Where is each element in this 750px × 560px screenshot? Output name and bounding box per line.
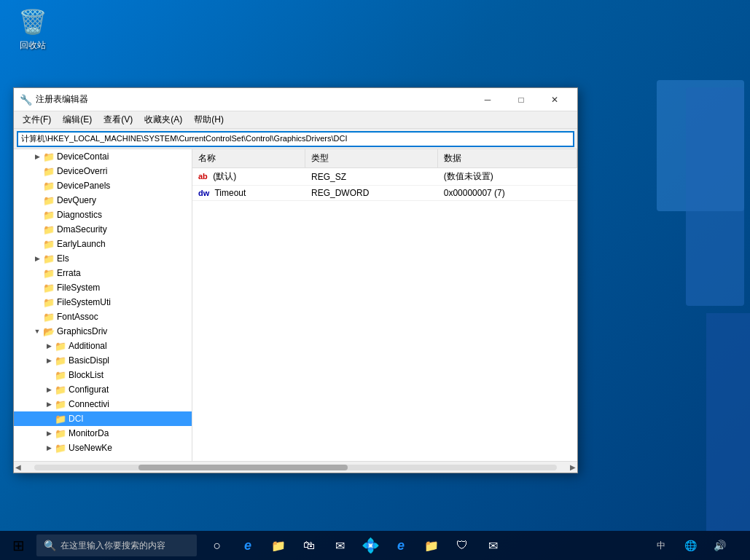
table-row[interactable]: dw Timeout REG_DWORD 0x00000007 (7) — [192, 186, 577, 201]
scroll-left-btn[interactable]: ◀ — [14, 463, 23, 471]
cortana-icon[interactable]: 💠 — [356, 531, 385, 560]
mail-icon[interactable]: ✉ — [325, 531, 354, 560]
folder-icon: 📁 — [43, 253, 55, 264]
toggle-icon — [31, 311, 43, 323]
toggle-icon: ▶ — [43, 398, 55, 410]
menu-help[interactable]: 帮助(H) — [188, 112, 230, 127]
tree-item-devquery[interactable]: 📁 DevQuery — [14, 193, 192, 208]
scroll-right-btn[interactable]: ▶ — [569, 463, 577, 471]
close-button[interactable]: ✕ — [538, 88, 571, 111]
window-title: 注册表编辑器 — [36, 93, 471, 106]
tree-item-deviceoverri[interactable]: 📁 DeviceOverri — [14, 164, 192, 178]
tree-label: EarlyLaunch — [57, 239, 106, 249]
tree-label: FileSystem — [57, 283, 100, 293]
toggle-icon — [31, 165, 43, 177]
search-icon: 🔍 — [44, 540, 56, 551]
tree-label: BasicDispl — [69, 355, 109, 366]
folder-icon: 📁 — [43, 181, 55, 192]
toggle-icon: ▶ — [43, 340, 55, 352]
edge-icon[interactable]: e — [233, 531, 262, 560]
tree-label: MonitorDa — [69, 428, 109, 438]
tree-label: UseNewKe — [69, 443, 112, 453]
taskbar-language[interactable]: 中 — [648, 531, 674, 560]
toggle-icon — [31, 267, 43, 279]
explorer2-icon[interactable]: 📁 — [417, 531, 446, 560]
minimize-button[interactable]: ─ — [471, 88, 504, 111]
address-input[interactable] — [17, 131, 574, 147]
tree-item-filesystemuti[interactable]: 📁 FileSystemUti — [14, 295, 192, 309]
menu-file[interactable]: 文件(F) — [17, 112, 57, 127]
reg-name-value: Timeout — [214, 188, 246, 198]
search-bar[interactable]: 🔍 在这里输入你要搜索的内容 — [36, 535, 197, 556]
tree-item-usenewke[interactable]: ▶ 📁 UseNewKe — [14, 441, 192, 455]
task-view-button[interactable]: ○ — [203, 531, 232, 560]
tree-item-basicdispl[interactable]: ▶ 📁 BasicDispl — [14, 353, 192, 368]
col-type-header[interactable]: 类型 — [305, 149, 438, 168]
menu-view[interactable]: 查看(V) — [98, 112, 138, 127]
toggle-icon — [31, 224, 43, 235]
reg-type-value: REG_DWORD — [311, 188, 369, 198]
toggle-icon — [31, 296, 43, 308]
reg-data-value: (数值未设置) — [444, 171, 493, 181]
tree-item-fontassoc[interactable]: 📁 FontAssoc — [14, 309, 192, 324]
col-data-header[interactable]: 数据 — [438, 149, 577, 168]
tree-item-dmasecurity[interactable]: 📁 DmaSecurity — [14, 222, 192, 237]
toggle-icon — [31, 238, 43, 250]
tree-item-earlylaunch[interactable]: 📁 EarlyLaunch — [14, 237, 192, 251]
horizontal-scrollbar[interactable]: ◀ ▶ — [14, 461, 577, 473]
menu-favorites[interactable]: 收藏夹(A) — [138, 112, 188, 127]
tree-item-monitorda[interactable]: ▶ 📁 MonitorDa — [14, 426, 192, 441]
tree-label: DevQuery — [57, 195, 96, 205]
tree-item-filesystem[interactable]: 📁 FileSystem — [14, 280, 192, 295]
search-placeholder: 在这里输入你要搜索的内容 — [60, 540, 165, 552]
folder-icon: 📁 — [43, 166, 55, 177]
folder-icon: 📁 — [43, 312, 55, 323]
tree-item-graphicsdriv[interactable]: ▼ 📂 GraphicsDriv — [14, 324, 192, 339]
scroll-thumb[interactable] — [138, 465, 348, 470]
start-button[interactable]: ⊞ — [0, 531, 36, 560]
tree-item-blocklist[interactable]: 📁 BlockList — [14, 368, 192, 382]
window-icon: 🔧 — [20, 94, 31, 106]
tree-label: Diagnostics — [57, 210, 102, 220]
tree-label: BlockList — [69, 370, 103, 380]
scroll-track — [34, 465, 557, 470]
tree-item-configurat[interactable]: ▶ 📁 Configurat — [14, 382, 192, 397]
folder-icon: 📁 — [55, 341, 66, 352]
tree-item-dci[interactable]: 📁 DCI — [14, 411, 192, 426]
store-icon[interactable]: 🛍 — [294, 531, 324, 560]
tree-label: DevicePanels — [57, 181, 110, 191]
toggle-icon — [43, 413, 55, 425]
toggle-icon: ▶ — [43, 384, 55, 395]
tree-item-additional[interactable]: ▶ 📁 Additional — [14, 339, 192, 353]
taskbar-network[interactable]: 🌐 — [677, 531, 703, 560]
edge2-icon[interactable]: e — [386, 531, 415, 560]
tree-label: Connectivi — [69, 399, 109, 409]
folder-icon: 📁 — [43, 224, 55, 235]
tree-item-connectivi[interactable]: ▶ 📁 Connectivi — [14, 397, 192, 411]
folder-icon: 📁 — [43, 195, 55, 206]
tree-label: DeviceOverri — [57, 166, 107, 176]
tree-item-els[interactable]: ▶ 📁 Els — [14, 251, 192, 266]
recycle-bin-icon[interactable]: 🗑️ 回收站 — [7, 7, 58, 52]
tree-item-devicepanels[interactable]: 📁 DevicePanels — [14, 178, 192, 193]
values-panel: 名称 类型 数据 ab (默认) REG_SZ — [192, 149, 577, 461]
tree-item-errata[interactable]: 📁 Errata — [14, 266, 192, 280]
folder-icon: 📁 — [43, 268, 55, 279]
file-explorer-icon[interactable]: 📁 — [264, 531, 293, 560]
col-name-header[interactable]: 名称 — [192, 149, 305, 168]
reg-data-value: 0x00000007 (7) — [444, 188, 505, 198]
taskbar-icons: ○ e 📁 🛍 ✉ 💠 e 📁 🛡 ✉ — [203, 531, 507, 560]
taskbar-volume[interactable]: 🔊 — [706, 531, 733, 560]
shield-icon[interactable]: 🛡 — [448, 531, 477, 560]
tree-item-diagnostics[interactable]: 📁 Diagnostics — [14, 208, 192, 222]
maximize-button[interactable]: □ — [504, 88, 538, 111]
toggle-icon: ▶ — [43, 442, 55, 454]
tree-panel: ▶ 📁 DeviceContai 📁 DeviceOverri 📁 Device… — [14, 149, 192, 461]
tree-item-devicecontai[interactable]: ▶ 📁 DeviceContai — [14, 149, 192, 164]
reg-sz-icon: ab — [198, 172, 208, 181]
table-row[interactable]: ab (默认) REG_SZ (数值未设置) — [192, 168, 577, 186]
menu-bar: 文件(F) 编辑(E) 查看(V) 收藏夹(A) 帮助(H) — [14, 111, 577, 129]
mail2-icon[interactable]: ✉ — [478, 531, 507, 560]
folder-icon: 📁 — [43, 283, 55, 293]
menu-edit[interactable]: 编辑(E) — [57, 112, 98, 127]
